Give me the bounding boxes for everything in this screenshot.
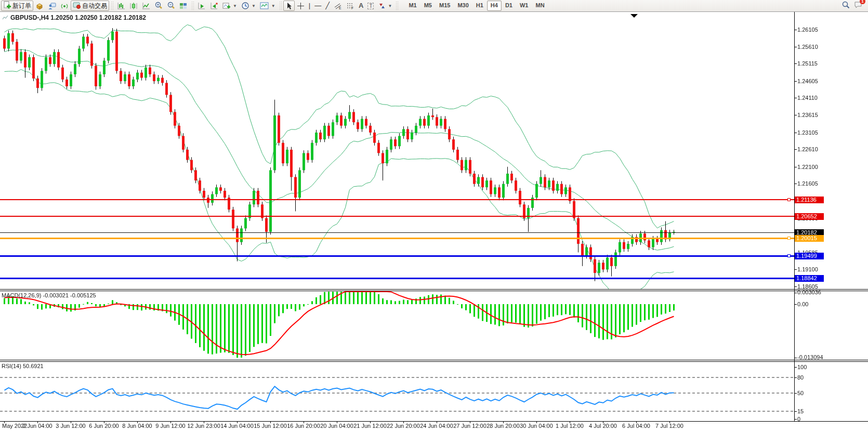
macd-axis-tick: -0.013094 — [797, 355, 823, 360]
auto-trading-icon — [73, 1, 81, 10]
time-axis-label: 2 Jun 04:00 — [22, 423, 52, 429]
price-axis-tick: 1.24110 — [797, 95, 818, 101]
price-axis-tick: 1.25115 — [797, 61, 818, 67]
mt4-window: 新订单 — [0, 0, 868, 431]
chart-shift-button[interactable] — [208, 1, 220, 11]
auto-trading-label: 自动交易 — [82, 2, 107, 10]
zoom-out-button[interactable] — [165, 1, 177, 11]
candlestick-chart-icon — [129, 2, 138, 10]
line-chart-button[interactable] — [140, 1, 152, 11]
rsi-indicator-label: RSI(14) 50.6921 — [2, 363, 44, 369]
price-axis-tick: 1.25610 — [797, 44, 818, 50]
price-axis-tick: 1.24605 — [797, 79, 818, 84]
periods-button[interactable]: ▼ — [239, 1, 258, 11]
time-axis-label: 3 Jun 12:00 — [56, 423, 86, 429]
new-order-button[interactable]: 新订单 — [1, 1, 33, 11]
price-axis-tick: 1.26105 — [797, 27, 818, 33]
price-axis-tick: 1.23615 — [797, 112, 818, 118]
zoom-in-button[interactable] — [152, 1, 165, 11]
cursor-tool-button[interactable] — [283, 1, 295, 11]
timeframe-button-m30[interactable]: M30 — [454, 1, 472, 11]
chart-canvas[interactable] — [0, 0, 868, 431]
templates-button[interactable]: ▼ — [258, 1, 278, 11]
price-axis-tick: 1.23105 — [797, 130, 818, 136]
zoom-out-icon — [167, 2, 175, 10]
text-label-icon: T — [367, 3, 374, 9]
fibonacci-tool-button[interactable]: F — [344, 1, 357, 11]
toolbar: 新订单 — [0, 0, 868, 12]
crosshair-tool-button[interactable] — [295, 1, 307, 11]
crosshair-icon — [297, 2, 305, 10]
time-axis-label: 24 Jun 04:00 — [420, 423, 453, 429]
time-axis-label: 21 Jun 12:00 — [353, 423, 387, 429]
auto-scroll-icon — [198, 2, 206, 10]
timeframe-button-m15[interactable]: M15 — [436, 1, 454, 11]
timeframe-button-h1[interactable]: H1 — [472, 1, 487, 11]
horizontal-line-icon: — — [314, 2, 321, 10]
timeframe-button-d1[interactable]: D1 — [502, 1, 516, 11]
time-axis-label: 6 Jul 04:00 — [622, 423, 650, 429]
timeframe-button-mn[interactable]: MN — [532, 1, 548, 11]
timeframe-button-w1[interactable]: W1 — [516, 1, 532, 11]
community-button[interactable] — [46, 1, 58, 11]
notification-badge: 1 — [860, 0, 865, 4]
dropdown-caret-icon: ▼ — [388, 4, 392, 8]
auto-trading-button[interactable]: 自动交易 — [71, 1, 109, 11]
timeframe-button-m1[interactable]: M1 — [405, 1, 420, 11]
text-tool-button[interactable]: A — [357, 1, 365, 11]
tile-windows-button[interactable] — [177, 1, 190, 11]
price-tag[interactable]: 1.21136 — [795, 197, 824, 203]
rsi-axis-tick: 0 — [797, 416, 800, 422]
candlestick-chart-button[interactable] — [127, 1, 140, 11]
gold-box-icon — [35, 2, 44, 10]
trendline-tool-button[interactable]: ╱ — [323, 1, 332, 11]
price-tag[interactable]: 1.20652 — [795, 213, 824, 220]
vertical-line-tool-button[interactable]: | — [307, 1, 312, 11]
search-button[interactable] — [841, 1, 850, 11]
macd-axis-tick: 0.00 — [797, 302, 808, 307]
rsi-axis-tick: 50 — [797, 390, 804, 396]
auto-scroll-button[interactable] — [195, 1, 208, 11]
channel-tool-button[interactable]: E — [332, 1, 344, 11]
rsi-axis-tick: 80 — [797, 375, 804, 381]
toolbar-separator — [396, 1, 398, 10]
time-axis-label: 7 Jul 12:00 — [655, 423, 683, 429]
new-chart-button[interactable]: ▼ — [220, 1, 239, 11]
timeframe-group: M1M5M15M30H1H4D1W1MN — [405, 1, 548, 11]
price-tag[interactable]: 1.18842 — [795, 275, 824, 282]
time-axis-label: 20 Jun 04:00 — [320, 423, 353, 429]
text-icon: A — [359, 2, 363, 10]
bar-chart-icon — [117, 2, 125, 10]
svg-text:E: E — [339, 6, 341, 10]
price-tag[interactable]: 1.20015 — [795, 235, 824, 242]
signals-button[interactable] — [58, 1, 71, 11]
new-chart-icon — [222, 2, 231, 10]
market-depth-button[interactable] — [33, 1, 46, 11]
timeframe-button-m5[interactable]: M5 — [420, 1, 436, 11]
notifications-button[interactable]: 1 — [854, 1, 863, 11]
price-axis-tick: 1.22100 — [797, 164, 818, 170]
cursor-arrow-icon — [285, 2, 293, 10]
time-axis-label: 27 Jun 12:00 — [453, 423, 486, 429]
time-axis-label: 22 Jun 20:00 — [387, 423, 420, 429]
macd-axis-tick: 0.003036 — [797, 290, 821, 295]
rsi-axis-tick: 100 — [797, 364, 807, 370]
text-label-tool-button[interactable]: T — [365, 1, 376, 11]
time-axis-label: 30 Jun 04:00 — [520, 423, 553, 429]
dropdown-caret-icon: ▼ — [233, 4, 237, 8]
horizontal-line-tool-button[interactable]: — — [312, 1, 323, 11]
rsi-axis-tick: 15 — [797, 409, 804, 414]
bar-chart-button[interactable] — [115, 1, 127, 11]
price-axis-tick: 1.21605 — [797, 181, 818, 187]
time-axis-label: 16 Jun 20:00 — [287, 423, 320, 429]
new-order-label: 新订单 — [12, 2, 31, 10]
chart-symbol-icon — [2, 15, 8, 20]
arrows-tool-button[interactable]: ▼ — [376, 1, 394, 11]
timeframe-button-h4[interactable]: H4 — [487, 1, 502, 11]
price-tag[interactable]: 1.19499 — [795, 253, 824, 259]
toolbar-separator — [111, 1, 113, 10]
price-axis-tick: 1.22610 — [797, 147, 818, 152]
toolbar-right: 1 — [841, 1, 867, 11]
chart-ohlc-text: GBPUSD-,H4 1.20250 1.20250 1.20182 1.201… — [10, 14, 146, 21]
time-axis-label: 28 Jun 20:00 — [486, 423, 520, 429]
